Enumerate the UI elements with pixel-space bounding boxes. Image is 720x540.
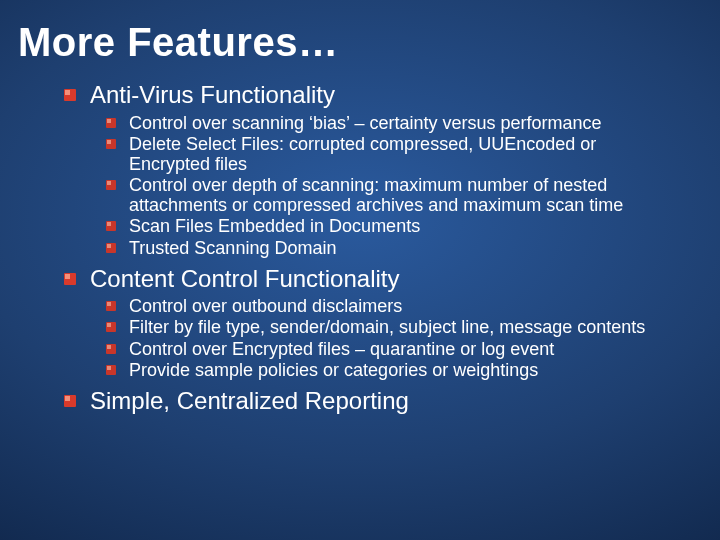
bullet-icon <box>106 344 120 355</box>
svg-rect-17 <box>107 323 111 327</box>
bullet-icon <box>106 365 120 376</box>
svg-rect-11 <box>107 244 111 248</box>
bullet-icon <box>106 180 120 191</box>
bullet-icon <box>64 273 80 287</box>
section-heading: Content Control Functionality <box>90 265 400 293</box>
section-heading: Simple, Centralized Reporting <box>90 387 409 415</box>
list-item: Control over depth of scanning: maximum … <box>129 175 672 215</box>
bullet-icon <box>106 322 120 333</box>
bullet-icon <box>106 301 120 312</box>
svg-rect-13 <box>65 274 70 279</box>
svg-rect-7 <box>107 181 111 185</box>
svg-rect-5 <box>107 140 111 144</box>
svg-rect-9 <box>107 222 111 226</box>
list-item: Filter by file type, sender/domain, subj… <box>129 317 645 337</box>
svg-rect-21 <box>107 366 111 370</box>
bullet-icon <box>106 139 120 150</box>
svg-rect-1 <box>65 90 70 95</box>
list-item: Control over outbound disclaimers <box>129 296 402 316</box>
bullet-icon <box>64 89 80 103</box>
bullet-icon <box>106 243 120 254</box>
slide-title: More Features… <box>18 20 702 65</box>
svg-rect-19 <box>107 345 111 349</box>
slide: More Features… Anti-Virus Functionality … <box>0 0 720 540</box>
list-item: Scan Files Embedded in Documents <box>129 216 420 236</box>
section-heading: Anti-Virus Functionality <box>90 81 335 109</box>
svg-rect-23 <box>65 396 70 401</box>
bullet-icon <box>64 395 80 409</box>
svg-rect-15 <box>107 302 111 306</box>
list-item: Control over scanning ‘bias’ – certainty… <box>129 113 602 133</box>
section-items: Control over scanning ‘bias’ – certainty… <box>106 113 672 258</box>
list-item: Control over Encrypted files – quarantin… <box>129 339 554 359</box>
section-items: Control over outbound disclaimers Filter… <box>106 296 672 380</box>
list-item: Delete Select Files: corrupted compresse… <box>129 134 672 174</box>
section-heading-row: Simple, Centralized Reporting <box>64 387 672 415</box>
list-item: Trusted Scanning Domain <box>129 238 336 258</box>
section-heading-row: Content Control Functionality <box>64 265 672 293</box>
list-item: Provide sample policies or categories or… <box>129 360 538 380</box>
bullet-icon <box>106 118 120 129</box>
svg-rect-3 <box>107 119 111 123</box>
section-heading-row: Anti-Virus Functionality <box>64 81 672 109</box>
bullet-icon <box>106 221 120 232</box>
